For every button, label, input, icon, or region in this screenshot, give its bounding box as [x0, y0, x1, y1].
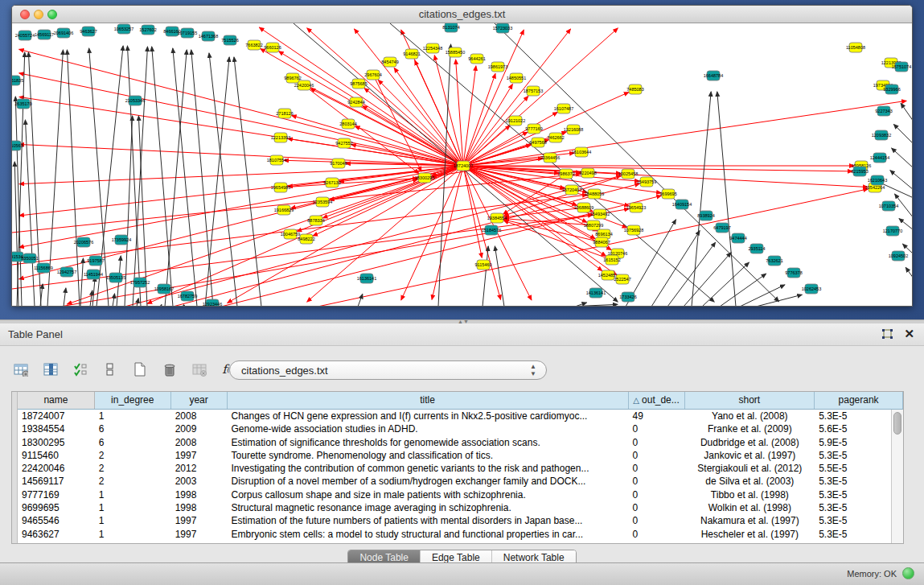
table-row[interactable]: 1938455462009Genome-wide association stu… [18, 422, 903, 435]
network-window[interactable]: citations_edges.txt 18724007183002951938… [11, 5, 913, 307]
graph-node[interactable]: 14671368 [199, 31, 218, 41]
graph-node[interactable]: 12213393 [271, 133, 290, 142]
graph-node[interactable]: 10025458 [618, 169, 638, 179]
graph-node[interactable]: 18757153 [524, 86, 543, 96]
graph-node[interactable]: 2967604 [364, 70, 381, 80]
graph-node[interactable]: 9197587 [87, 256, 104, 266]
new-document-icon[interactable] [130, 360, 150, 379]
graph-node[interactable]: 14569117 [35, 30, 54, 39]
graph-node[interactable]: 7485083 [626, 84, 643, 94]
graph-node[interactable]: 9427552 [335, 138, 352, 148]
graph-node[interactable]: 9660126 [264, 43, 281, 52]
graph-node[interactable]: 2935114 [748, 244, 765, 253]
table-row[interactable]: 911546021997Tourette syndrome. Phenomeno… [18, 449, 903, 462]
graph-node[interactable]: 19654985 [271, 183, 290, 192]
table-row[interactable]: 969969511998Structural magnetic resonanc… [18, 501, 903, 514]
table-row[interactable]: 2242004622012Investigating the contribut… [18, 462, 903, 475]
table-row[interactable]: 1872400712008Changes of HCN gene express… [18, 410, 903, 422]
graph-node[interactable]: 10924502 [889, 251, 908, 261]
graph-node[interactable]: 9474444 [729, 233, 746, 243]
graph-node[interactable]: 21053346 [125, 96, 145, 105]
graph-node[interactable]: 9242844 [347, 97, 364, 107]
graph-node[interactable]: 2635170 [14, 99, 31, 109]
graph-node[interactable]: 9329966 [883, 84, 900, 94]
graph-node[interactable]: 13505135 [106, 273, 125, 282]
graph-node[interactable]: 10262453 [802, 284, 821, 294]
table-row[interactable]: 946362711997Embryonic stem cells: a mode… [18, 528, 903, 541]
graph-node[interactable]: 2522547 [614, 274, 630, 284]
graph-node[interactable]: 8350051 [21, 253, 38, 263]
graph-node[interactable]: 9777169 [525, 124, 542, 134]
graph-node[interactable]: 12170770 [883, 226, 902, 236]
graph-node[interactable]: 9115460 [474, 260, 491, 270]
graph-node[interactable]: 8878334 [307, 216, 324, 225]
graph-node[interactable]: 19384554 [487, 213, 507, 223]
graph-node[interactable]: 9875685 [350, 79, 367, 89]
table-settings-icon[interactable] [11, 360, 31, 379]
table-row[interactable]: 1456911722003Disruption of a novel membe… [18, 475, 903, 488]
graph-node[interactable]: 2803144 [339, 119, 356, 129]
graph-node[interactable]: 12444154 [870, 153, 889, 163]
rows-toggle-icon[interactable] [101, 360, 120, 379]
graph-node[interactable]: 9884067 [593, 237, 610, 247]
graph-node[interactable]: 14850551 [507, 73, 526, 83]
graph-node[interactable]: 16107487 [554, 104, 573, 113]
graph-node[interactable]: 13216088 [564, 125, 583, 134]
graph-node[interactable]: 24055724 [15, 31, 35, 40]
graph-node[interactable]: 8938924 [697, 211, 714, 220]
column-header-title[interactable]: title [228, 392, 629, 409]
close-panel-icon[interactable]: ✕ [904, 327, 914, 341]
column-header-in_degree[interactable]: in_degree [95, 392, 171, 409]
graph-node[interactable]: 9227343 [875, 106, 892, 116]
column-header-pagerank[interactable]: pagerank [815, 392, 903, 409]
graph-node[interactable]: 15885450 [446, 47, 465, 57]
column-header-name[interactable]: name [18, 392, 95, 409]
graph-node[interactable]: 9267130 [323, 178, 340, 187]
float-panel-icon[interactable] [881, 328, 893, 341]
graph-node[interactable]: 9220498 [579, 168, 596, 178]
graph-node[interactable]: 1733426 [619, 292, 636, 302]
graph-node[interactable]: 19861973 [488, 62, 507, 72]
graph-node[interactable]: 16409154 [672, 200, 692, 209]
graph-node[interactable]: 17359924 [112, 235, 131, 245]
graph-node[interactable]: 8131074 [442, 23, 459, 32]
graph-node[interactable]: 1615152 [603, 255, 620, 265]
graph-node[interactable]: 16136141 [357, 274, 376, 283]
memory-ok-icon[interactable] [902, 567, 914, 579]
graph-node[interactable]: 7462662 [547, 133, 564, 142]
graph-node[interactable]: 16648784 [704, 71, 723, 80]
column-select-icon[interactable] [41, 360, 60, 379]
graph-node[interactable]: 9170046 [330, 159, 347, 168]
graph-node[interactable]: 9644261 [468, 54, 485, 64]
graph-node[interactable]: 16103644 [572, 147, 591, 157]
graph-node[interactable]: 7986372 [557, 169, 574, 179]
graph-node[interactable]: 1527602 [139, 25, 156, 35]
graph-node[interactable]: 2718126 [276, 109, 293, 118]
graph-node[interactable]: 19654923 [626, 203, 646, 212]
scrollbar-thumb[interactable] [893, 412, 901, 435]
network-window-titlebar[interactable]: citations_edges.txt [12, 6, 912, 23]
graph-node[interactable]: 7515526 [221, 35, 238, 45]
graph-node[interactable]: 7632621 [766, 256, 782, 266]
graph-node[interactable]: 11054808 [846, 43, 865, 52]
graph-node[interactable]: 8215953 [851, 167, 868, 176]
network-canvas[interactable]: 1872400718300295193845542242004698967622… [12, 23, 913, 307]
table-row[interactable]: 977716911998Corpus callosum shape and si… [18, 488, 903, 501]
graph-node[interactable]: 20051835 [12, 76, 23, 85]
graph-node[interactable]: 8454749 [381, 57, 398, 67]
table-row[interactable]: 946554611997Estimation of the future num… [18, 514, 903, 527]
graph-node[interactable]: 17957252 [130, 278, 150, 287]
graph-node[interactable]: 16782759 [178, 291, 197, 301]
graph-node[interactable]: 9776378 [785, 268, 802, 278]
graph-node[interactable]: 10710354 [879, 201, 898, 211]
graph-node[interactable]: 7663822 [245, 40, 262, 50]
table-select-combobox[interactable]: citations_edges.txt ▲▼ [229, 360, 547, 380]
column-header-out_de[interactable]: △out_de... [629, 392, 685, 409]
column-header-year[interactable]: year [171, 392, 228, 409]
graph-node[interactable]: 8498222 [298, 234, 314, 244]
graph-node[interactable]: 9146821 [403, 49, 420, 59]
graph-node[interactable]: 9896762 [284, 73, 301, 83]
graph-node[interactable]: 9699695 [659, 189, 676, 199]
column-header-short[interactable]: short [685, 392, 815, 409]
vertical-scrollbar[interactable] [891, 410, 903, 543]
